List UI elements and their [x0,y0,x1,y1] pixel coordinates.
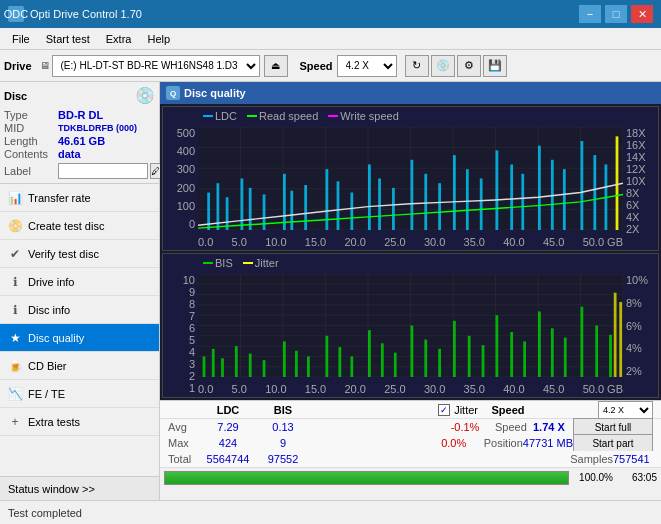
svg-rect-76 [307,356,310,377]
bis-chart-container: BIS Jitter 10 9 8 7 6 5 4 [162,253,659,398]
svg-rect-98 [614,293,617,377]
jitter-check: ✓ Jitter [438,404,478,416]
svg-rect-73 [263,360,266,377]
label-input[interactable] [58,163,148,179]
avg-label: Avg [168,421,198,433]
disc-contents-field: Contents data [4,148,155,160]
refresh-button[interactable]: ↻ [405,55,429,77]
stats-speed-header: Speed [478,404,538,416]
ldc-y-axis-right: 18X 16X 14X 12X 10X 8X 6X 4X 2X [623,127,658,230]
svg-rect-25 [326,169,329,230]
bis-legend-jitter-label: Jitter [255,257,279,269]
sidebar-item-disc-info[interactable]: ℹ Disc info [0,296,159,324]
progress-percent: 100.0% [573,472,613,483]
main-content: Disc 💿 Type BD-R DL MID TDKBLDRFB (000) … [0,82,661,500]
disc-info-icon: ℹ [8,303,22,317]
avg-bis: 0.13 [258,421,308,433]
disc-type-field: Type BD-R DL [4,109,155,121]
svg-rect-87 [468,336,471,377]
sidebar-item-fe-te[interactable]: 📉 FE / TE [0,380,159,408]
svg-rect-95 [581,307,584,377]
maximize-button[interactable]: □ [605,5,627,23]
drive-select[interactable]: (E:) HL-DT-ST BD-RE WH16NS48 1.D3 [52,55,260,77]
app-title: Opti Drive Control 1.70 [30,8,142,20]
svg-rect-37 [496,150,499,230]
svg-rect-79 [350,356,353,377]
sidebar-item-transfer-rate[interactable]: 📊 Transfer rate [0,184,159,212]
bis-legend-jitter-dot [243,262,253,264]
sidebar-item-drive-info-label: Drive info [28,276,74,288]
ldc-legend-write-dot [328,115,338,117]
ldc-legend-ldc: LDC [203,110,237,122]
menu-file[interactable]: File [4,31,38,47]
ldc-legend-ldc-dot [203,115,213,117]
sidebar-item-disc-quality[interactable]: ★ Disc quality [0,324,159,352]
disc-header: Disc 💿 [4,86,155,105]
svg-rect-33 [438,183,441,230]
sidebar-item-extra-tests[interactable]: + Extra tests [0,408,159,436]
right-content: Q Disc quality LDC Read speed [160,82,661,500]
sidebar-item-verify-test-disc[interactable]: ✔ Verify test disc [0,240,159,268]
sidebar-item-drive-info[interactable]: ℹ Drive info [0,268,159,296]
status-window-button[interactable]: Status window >> [0,476,159,500]
position-label: Position [484,437,523,449]
ldc-legend-write-label: Write speed [340,110,399,122]
disc-mid-value: TDKBLDRFB (000) [58,123,137,133]
bis-chart-svg [198,274,623,377]
app-icon: ODC [8,6,24,22]
menubar: File Start test Extra Help [0,28,661,50]
ldc-legend-read-label: Read speed [259,110,318,122]
avg-jitter: -0.1% [435,421,495,433]
ldc-legend-read-dot [247,115,257,117]
close-button[interactable]: ✕ [631,5,653,23]
sidebar-item-cd-bier[interactable]: 🍺 CD Bier [0,352,159,380]
titlebar-left: ODC Opti Drive Control 1.70 [8,6,142,22]
jitter-checkbox[interactable]: ✓ [438,404,450,416]
max-label: Max [168,437,198,449]
disc-length-field: Length 46.61 GB [4,135,155,147]
transfer-rate-icon: 📊 [8,191,22,205]
sidebar-item-extra-tests-label: Extra tests [28,416,80,428]
disc-contents-label: Contents [4,148,56,160]
sidebar-item-create-test-disc[interactable]: 📀 Create test disc [0,212,159,240]
disc-title: Disc [4,90,27,102]
svg-rect-90 [510,332,513,377]
status-window-label: Status window >> [8,483,95,495]
save-button[interactable]: 💾 [483,55,507,77]
ldc-legend-write: Write speed [328,110,399,122]
svg-rect-38 [510,164,513,230]
drive-toolbar: Drive 🖥 (E:) HL-DT-ST BD-RE WH16NS48 1.D… [0,50,661,82]
ldc-legend-ldc-label: LDC [215,110,237,122]
bis-chart-inner [198,274,623,377]
fe-te-icon: 📉 [8,387,22,401]
eject-button[interactable]: ⏏ [264,55,288,77]
svg-rect-74 [283,341,286,377]
disc-button[interactable]: 💿 [431,55,455,77]
svg-rect-81 [381,343,384,377]
ldc-chart-container: LDC Read speed Write speed 500 400 [162,106,659,251]
speed-dropdown-stats[interactable]: 4.2 X [598,401,653,419]
start-part-button[interactable]: Start part [573,434,653,452]
svg-rect-24 [304,185,307,230]
menu-help[interactable]: Help [139,31,178,47]
speed-select[interactable]: 4.2 X [337,55,397,77]
disc-fields: Type BD-R DL MID TDKBLDRFB (000) Length … [4,109,155,179]
disc-label-label: Label [4,165,56,177]
sidebar-item-disc-info-label: Disc info [28,304,70,316]
max-ldc: 424 [198,437,258,449]
menu-extra[interactable]: Extra [98,31,140,47]
menu-start-test[interactable]: Start test [38,31,98,47]
svg-rect-19 [241,179,244,231]
sidebar-item-create-test-disc-label: Create test disc [28,220,104,232]
sidebar-nav: 📊 Transfer rate 📀 Create test disc ✔ Ver… [0,184,159,436]
sidebar-item-fe-te-label: FE / TE [28,388,65,400]
minimize-button[interactable]: − [579,5,601,23]
svg-rect-31 [411,160,414,230]
total-label: Total [168,453,198,465]
svg-rect-99 [619,302,622,377]
drive-label: Drive [4,60,32,72]
settings-button[interactable]: ⚙ [457,55,481,77]
svg-rect-40 [538,146,541,230]
svg-rect-89 [496,315,499,377]
svg-rect-28 [368,164,371,230]
